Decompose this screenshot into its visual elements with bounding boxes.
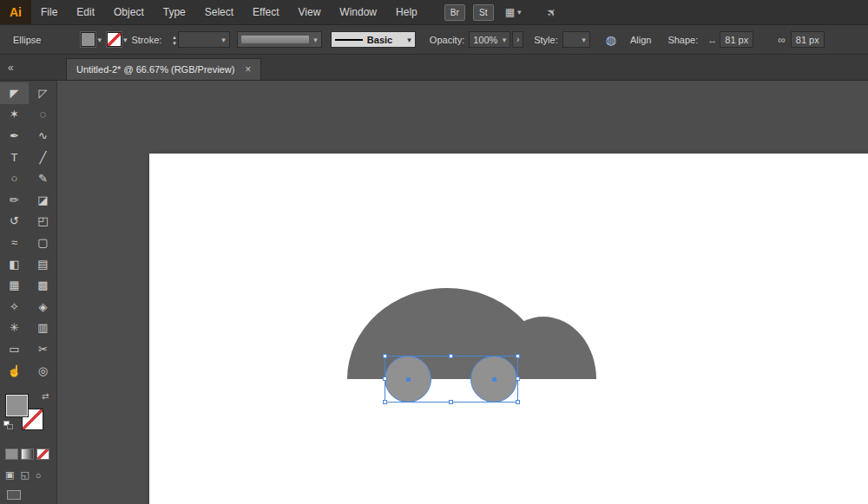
hand-tool[interactable]: ☝ [0,360,29,382]
shape-width-field[interactable]: 81 px [720,31,753,48]
screen-mode-icon[interactable] [7,490,21,500]
column-graph-tool[interactable]: ▥ [29,317,57,339]
stroke-weight-select[interactable]: ▾ [178,31,230,48]
illustrator-window: Ai FileEditObjectTypeSelectEffectViewWin… [0,0,868,81]
slice-tool-icon: ✂ [38,343,48,356]
document-tab-bar: « Untitled-2* @ 66.67% (RGB/Preview) × [0,55,868,81]
lasso-tool[interactable]: ◌ [29,104,57,126]
main-area: ◤◸✶◌✒∿T╱○✎✏◪↺◰≈▢◧▤▦▩✧◈✳▥▭✂☝◎ ⇄ ▣ ◱ ○ [0,81,868,504]
draw-inside-icon[interactable]: ○ [36,470,42,481]
fill-color-control[interactable]: ▾ [81,32,102,47]
expand-icon: › [516,35,519,44]
anchor-center-point[interactable] [492,377,496,382]
chevron-down-icon: ▾ [123,36,128,44]
close-icon[interactable]: × [245,63,251,75]
menu-object[interactable]: Object [104,0,154,25]
anchor-center-point[interactable] [406,377,411,382]
paintbrush-tool[interactable]: ✎ [29,167,57,189]
width-arrows-icon: ↔ [707,35,717,45]
constrain-proportions-icon[interactable]: ∞ [778,34,786,46]
selection-handle[interactable] [383,400,387,404]
selection-handle[interactable] [516,376,520,381]
swap-fill-stroke-icon[interactable]: ⇄ [42,391,49,401]
selection-handle[interactable] [516,354,520,358]
canvas[interactable] [57,81,868,504]
tools-grid: ◤◸✶◌✒∿T╱○✎✏◪↺◰≈▢◧▤▦▩✧◈✳▥▭✂☝◎ [0,81,56,381]
menu-file[interactable]: File [31,0,67,25]
type-tool[interactable]: T [0,147,29,168]
free-transform-tool[interactable]: ▢ [29,232,57,253]
mesh-tool[interactable]: ▦ [0,274,29,296]
menu-select[interactable]: Select [195,0,243,25]
workspace-switcher[interactable]: ▦ ▾ [502,4,525,20]
stepper-up-icon[interactable]: ▴ [173,34,176,40]
brush-definition-select[interactable]: ▾ [237,31,322,48]
paintbrush-tool-icon: ✎ [38,172,48,185]
perspective-grid-tool[interactable]: ▤ [29,253,57,275]
line-segment-tool[interactable]: ╱ [29,147,57,168]
selection-handle[interactable] [449,400,453,404]
gpu-performance-icon[interactable]: ✈ [543,4,559,20]
eyedropper-tool[interactable]: ✧ [0,296,29,317]
gradient-tool[interactable]: ▩ [29,274,57,296]
selection-tool[interactable]: ◤ [0,82,29,104]
paint-style-buttons [5,448,49,460]
shape-builder-tool[interactable]: ◧ [0,253,29,275]
menu-edit[interactable]: Edit [67,0,104,25]
menu-help[interactable]: Help [386,0,427,25]
recolor-artwork-icon[interactable]: ◍ [606,33,616,47]
zoom-tool-icon: ◎ [38,364,48,377]
shape-height-field[interactable]: 81 px [791,31,825,48]
gradient-button[interactable] [21,448,34,460]
width-tool[interactable]: ≈ [0,232,29,253]
scale-tool[interactable]: ◰ [29,211,57,232]
ellipse-tool[interactable]: ○ [0,167,29,189]
selection-handle[interactable] [383,354,387,358]
stroke-style-select[interactable]: Basic ▾ [331,31,416,48]
magic-wand-tool[interactable]: ✶ [0,104,29,126]
menu-view[interactable]: View [289,0,331,25]
menu-window[interactable]: Window [330,0,386,25]
document-tab[interactable]: Untitled-2* @ 66.67% (RGB/Preview) × [66,58,261,80]
curvature-tool[interactable]: ∿ [29,125,57,147]
menu-effect[interactable]: Effect [243,0,288,25]
panel-collapse-icon[interactable]: « [0,62,57,74]
opacity-select[interactable]: 100% ▾ [469,31,510,48]
symbol-sprayer-tool[interactable]: ✳ [0,317,29,339]
none-button[interactable] [36,448,49,460]
default-fill-stroke-icon[interactable] [3,421,15,430]
eraser-tool[interactable]: ◪ [29,189,57,211]
brushes-panel-button[interactable]: Br [444,4,465,21]
graphic-style-select[interactable]: ▾ [562,31,590,48]
selection-tool-icon: ◤ [10,87,19,100]
context-label: Ellipse [13,35,41,45]
stroke-none-swatch[interactable] [107,32,122,47]
shape-label[interactable]: Shape: [667,35,698,45]
selection-handle[interactable] [516,400,520,404]
color-button[interactable] [5,448,18,460]
draw-behind-icon[interactable]: ◱ [20,469,29,481]
selection-handle[interactable] [449,354,453,358]
draw-normal-icon[interactable]: ▣ [5,469,14,481]
selection-handle[interactable] [383,376,387,381]
rotate-tool[interactable]: ↺ [0,211,29,232]
selection-bounding-box[interactable] [385,356,518,403]
styles-panel-button[interactable]: St [473,4,494,21]
menu-type[interactable]: Type [154,0,195,25]
blend-tool[interactable]: ◈ [29,296,57,317]
align-link[interactable]: Align [630,35,651,45]
stroke-weight-stepper[interactable]: ▴ ▾ [173,34,176,46]
zoom-tool[interactable]: ◎ [29,360,57,382]
pen-tool[interactable]: ✒ [0,125,29,147]
stroke-color-control[interactable]: ▾ [107,32,128,47]
pencil-tool[interactable]: ✏ [0,189,29,211]
opacity-expand-button[interactable]: › [512,31,523,48]
fill-color-swatch[interactable] [81,32,95,47]
stepper-down-icon[interactable]: ▾ [173,40,176,46]
slice-tool[interactable]: ✂ [29,338,57,360]
artboard-tool[interactable]: ▭ [0,338,29,360]
fill-indicator-swatch[interactable] [6,395,28,416]
column-graph-tool-icon: ▥ [37,321,48,334]
eraser-tool-icon: ◪ [37,193,48,206]
direct-selection-tool[interactable]: ◸ [29,82,57,104]
